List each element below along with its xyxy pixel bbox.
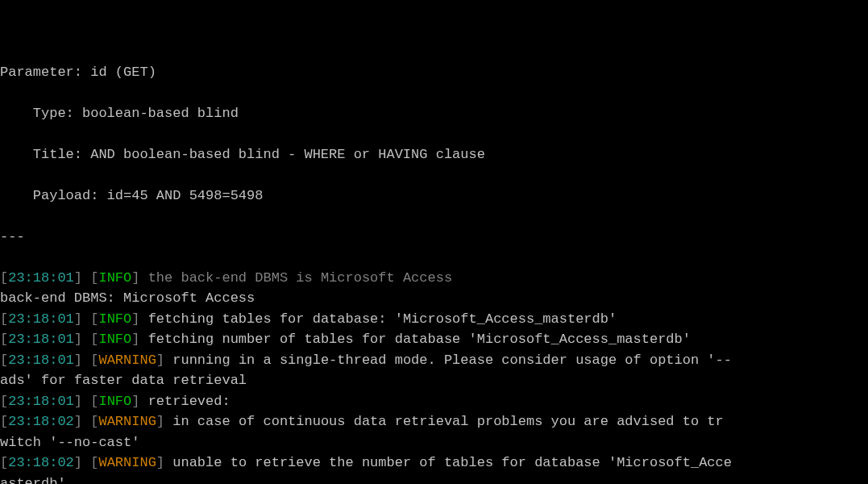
bracket: ] [131, 270, 147, 286]
info-tag: INFO [98, 311, 131, 327]
log-line: ads' for faster data retrieval [0, 370, 868, 391]
bracket: ] [131, 311, 147, 327]
type-line: Type: boolean-based blind [33, 103, 868, 124]
info-tag: INFO [98, 394, 131, 409]
bracket: ] [ [74, 270, 99, 286]
bracket: ] [156, 414, 172, 429]
log-text: ads' for faster data retrieval [0, 373, 247, 388]
bracket: ] [131, 332, 147, 347]
bracket: [ [0, 270, 8, 286]
log-line: [23:18:02] [WARNING] in case of continuo… [0, 411, 868, 432]
log-text: asterdb' [0, 476, 66, 485]
log-line: back-end DBMS: Microsoft Access [0, 288, 868, 309]
bracket: ] [ [74, 394, 99, 409]
bracket: ] [ [74, 414, 99, 429]
log-line: [23:18:01] [INFO] fetching tables for da… [0, 309, 868, 330]
payload-line: Payload: id=45 AND 5498=5498 [33, 186, 868, 207]
timestamp: 23:18:01 [8, 270, 74, 286]
log-line: [23:18:01] [INFO] retrieved: [0, 391, 868, 412]
bracket: ] [156, 353, 172, 368]
timestamp: 23:18:01 [8, 311, 74, 327]
terminal-log: [23:18:01] [INFO] the back-end DBMS is M… [0, 268, 868, 485]
bracket: [ [0, 353, 8, 368]
info-tag: INFO [98, 332, 131, 347]
bracket: ] [ [74, 353, 99, 368]
bracket: ] [ [74, 311, 99, 327]
warning-tag: WARNING [98, 455, 156, 470]
bracket: ] [ [74, 455, 99, 470]
bracket: [ [0, 332, 8, 347]
log-message: running in a single-thread mode. Please … [172, 353, 732, 368]
warning-tag: WARNING [98, 353, 156, 368]
timestamp: 23:18:02 [8, 414, 74, 429]
timestamp: 23:18:01 [8, 394, 74, 409]
log-line: witch '--no-cast' [0, 432, 868, 453]
log-line: [23:18:01] [INFO] the back-end DBMS is M… [0, 268, 868, 289]
bracket: [ [0, 414, 8, 429]
bracket: ] [ [74, 332, 99, 347]
log-line: [23:18:01] [INFO] fetching number of tab… [0, 329, 868, 350]
log-message: the back-end DBMS is Microsoft Access [148, 270, 452, 286]
parameter-header: Parameter: id (GET) [0, 62, 868, 83]
timestamp: 23:18:02 [8, 455, 74, 470]
log-text: back-end DBMS: Microsoft Access [0, 290, 255, 306]
bracket: [ [0, 311, 8, 327]
log-text: witch '--no-cast' [0, 435, 139, 450]
bracket: ] [156, 455, 172, 470]
log-line: asterdb' [0, 474, 868, 485]
log-message: fetching number of tables for database '… [148, 332, 691, 347]
info-tag: INFO [98, 270, 131, 286]
log-line: [23:18:01] [WARNING] running in a single… [0, 350, 868, 371]
log-message: fetching tables for database: 'Microsoft… [148, 311, 617, 327]
separator: --- [0, 227, 868, 248]
bracket: [ [0, 394, 8, 409]
timestamp: 23:18:01 [8, 353, 74, 368]
bracket: ] [131, 394, 147, 409]
log-message: in case of continuous data retrieval pro… [172, 414, 724, 429]
log-message: retrieved: [148, 394, 230, 409]
title-line: Title: AND boolean-based blind - WHERE o… [33, 144, 868, 165]
timestamp: 23:18:01 [8, 332, 74, 347]
log-message: unable to retrieve the number of tables … [172, 455, 732, 470]
log-line: [23:18:02] [WARNING] unable to retrieve … [0, 453, 868, 474]
warning-tag: WARNING [98, 414, 156, 429]
bracket: [ [0, 455, 8, 470]
